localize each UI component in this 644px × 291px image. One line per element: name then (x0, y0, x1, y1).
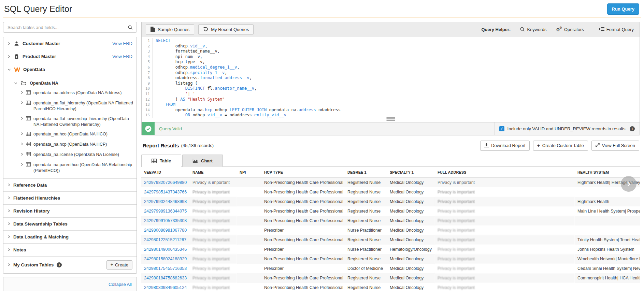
cell-degree-1: Registered Nurse (345, 177, 387, 187)
tab-label: Table (160, 158, 171, 163)
code-line: 2 odhcp.vid__v, (142, 44, 640, 49)
scroll-right-button[interactable]: › (621, 176, 636, 192)
veeva-id-link[interactable]: 242980309849605124 (144, 285, 187, 290)
cell-full-address: Privacy is important (435, 216, 575, 225)
operators-button[interactable]: ⚙⚙ Operators (556, 22, 584, 37)
veeva-id-link[interactable]: 242980149006435346 (144, 247, 187, 252)
column-header-npi[interactable]: NPI (237, 167, 261, 178)
table-label: opendata_na.address (OpenData NA Address… (33, 90, 122, 96)
chevron-right-icon (8, 42, 10, 45)
sidebar-item-reference-data[interactable]: Reference Data (3, 178, 137, 191)
view-erd-link[interactable]: View ERD (112, 41, 132, 46)
column-header-name[interactable]: NAME (190, 167, 237, 178)
sidebar-item-revision-history[interactable]: Revision History (3, 204, 137, 217)
table-row: 242979820726649880Privacy is importantNo… (141, 177, 640, 187)
column-header-degree-1[interactable]: DEGREE 1 (345, 167, 387, 178)
cell-veeva-id: 242979820726649880 (141, 177, 190, 187)
view-full-screen-button[interactable]: View Full Screen (591, 141, 639, 151)
chevron-right-icon (8, 196, 10, 200)
veeva-id-link[interactable]: 242979851437343766 (144, 190, 187, 194)
cell-degree-1: Registered Nurse (345, 197, 387, 206)
sidebar-table-opendata_na.parenthco[interactable]: opendata_na.parenthco (OpenData NA Relat… (3, 160, 137, 176)
sidebar-item-label: Customer Master (23, 41, 60, 46)
veeva-id-link[interactable]: 242980175455716353 (144, 266, 187, 271)
cell-full-address: Privacy is important (435, 273, 575, 283)
view-erd-link[interactable]: View ERD (112, 54, 132, 59)
sidebar-table-opendata_na.hcp[interactable]: opendata_na.hcp (OpenData NA HCP) (3, 140, 137, 150)
chevron-right-icon (20, 132, 23, 135)
cell-hcp-type: Non-Prescribing Health Care Professional (261, 216, 345, 225)
table-icon (26, 152, 31, 158)
sidebar-item-notes[interactable]: Notes (3, 243, 137, 256)
cell-degree-1: Registered Nurse (345, 235, 387, 245)
cell-health-system: Johns Hopkins Health System (575, 245, 640, 254)
sidebar-item-flattened-hierarchies[interactable]: Flattened Hierarchies (3, 191, 137, 204)
sidebar-table-opendata_na.license[interactable]: opendata_na.license (OpenData NA License… (3, 150, 137, 160)
gears-icon: ⚙⚙ (556, 27, 562, 32)
cell-full-address: Privacy is important (435, 254, 575, 264)
table-row: 242979851437343766Privacy is importantNo… (141, 187, 640, 197)
create-custom-table-sidebar-button[interactable]: +Create (106, 260, 132, 270)
download-report-button[interactable]: Download Report (480, 141, 529, 151)
column-header-hcp-type[interactable]: HCP TYPE (261, 167, 345, 178)
table-label: opendata_na.license (OpenData NA License… (33, 152, 119, 158)
sidebar-item-data-stewardship-tables[interactable]: Data Stewardship Tables (3, 217, 137, 230)
valid-records-checkbox[interactable]: ✓ (499, 126, 504, 131)
chevron-right-icon (20, 117, 23, 120)
table-search-box[interactable] (3, 22, 137, 33)
info-icon[interactable]: i (630, 126, 635, 131)
column-header-full-address[interactable]: FULL ADDRESS (435, 167, 575, 178)
sql-code-editor[interactable]: 1SELECT2 odhcp.vid__v,3 formatted_name__… (142, 37, 640, 122)
cell-npi (237, 225, 261, 235)
veeva-id-link[interactable]: 242980122515211267 (144, 237, 186, 242)
cell-name: Privacy is important (190, 187, 237, 197)
sidebar-table-opendata_na.hco[interactable]: opendata_na.hco (OpenData NA HCO) (3, 129, 137, 140)
sidebar-table-opendata_na.flat_ownership_hierarchy[interactable]: opendata_na.flat_ownership_hierarchy (Op… (3, 114, 137, 130)
table-row: 242980184758682633Privacy is importantNo… (141, 273, 640, 283)
sidebar-folder-opendata-na[interactable]: OpenData NA (3, 78, 137, 88)
sidebar-item-my-custom-tables[interactable]: My Custom Tablesi+Create (3, 256, 137, 273)
table-icon (26, 132, 31, 137)
table-row: 242980175455716353Privacy is importantPr… (141, 264, 640, 273)
results-title: Report Results (143, 143, 179, 148)
search-input[interactable] (7, 25, 127, 30)
sample-queries-button[interactable]: Sample Queries (146, 24, 194, 35)
veeva-id-link[interactable]: 242979820726649880 (144, 180, 187, 185)
veeva-id-link[interactable]: 242980086981067780 (144, 228, 187, 233)
info-icon[interactable]: i (57, 262, 62, 267)
line-number: 7 (142, 70, 153, 76)
tab-table[interactable]: Table (141, 155, 181, 167)
tab-chart[interactable]: Chart (182, 155, 223, 167)
veeva-id-link[interactable]: 242980158024188929 (144, 257, 187, 261)
run-query-button[interactable]: Run Query (607, 3, 639, 15)
column-header-specialty-1[interactable]: SPECIALTY 1 (387, 167, 435, 178)
cell-full-address: Privacy is important (435, 197, 575, 206)
create-custom-table-button[interactable]: + Create Custom Table (533, 141, 588, 151)
query-toolbar: Sample Queries My Recent Queries Query H… (142, 22, 640, 37)
sidebar-item-product-master[interactable]: Product MasterView ERD (3, 50, 137, 63)
veeva-id-link[interactable]: 242979902448468998 (144, 199, 187, 204)
code-line: 11 '| ' (142, 91, 640, 97)
veeva-id-link[interactable]: 242980184758682633 (144, 276, 187, 280)
collapse-all-link[interactable]: Collapse All (109, 282, 132, 287)
editor-resize-handle[interactable] (386, 117, 395, 121)
recent-queries-button[interactable]: My Recent Queries (198, 24, 254, 35)
format-query-button[interactable]: Format Query (599, 22, 634, 37)
query-status-bar: Query Valid ✓ Include only VALID and UND… (142, 122, 640, 135)
line-number: 5 (142, 59, 153, 65)
sidebar-item-opendata[interactable]: OpenData (3, 63, 137, 76)
keywords-button[interactable]: Keywords (520, 22, 546, 37)
code-line: 13 FROM (142, 102, 640, 107)
veeva-id-link[interactable]: 242979991057335308 (144, 218, 187, 223)
sidebar-item-data-loading-matching[interactable]: Data Loading & Matching (3, 230, 137, 243)
cell-hcp-type: Non-Prescribing Health Care Professional (261, 254, 345, 264)
column-header-veeva-id[interactable]: VEEVA ID (141, 167, 190, 178)
sidebar-item-customer-master[interactable]: Customer MasterView ERD (3, 37, 137, 50)
sidebar-table-opendata_na.flat_hierarchy[interactable]: opendata_na.flat_hierarchy (OpenData NA … (3, 98, 137, 114)
line-number: 6 (142, 65, 153, 70)
customer-icon (13, 41, 19, 46)
veeva-id-link[interactable]: 242979989136344075 (144, 209, 187, 214)
sidebar-table-opendata_na.address[interactable]: opendata_na.address (OpenData NA Address… (3, 88, 137, 98)
code-line: 14 opendata_na.hcp odhcp LEFT OUTER JOIN… (142, 107, 640, 113)
code-line: 10 DISTINCT fl.ancestor_name__v, (142, 86, 640, 91)
